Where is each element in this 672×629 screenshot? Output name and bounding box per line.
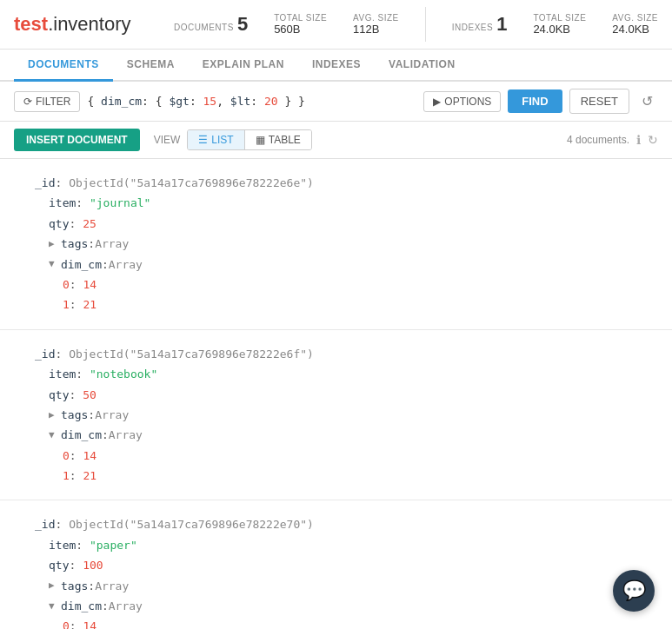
- info-icon[interactable]: ℹ: [636, 133, 641, 147]
- logo-test: test: [14, 13, 48, 35]
- filter-lt-key: $lt: [230, 95, 250, 108]
- table-row: _id: ObjectId("5a14a17ca769896e78222e6f"…: [0, 330, 672, 501]
- documents-count: 5: [237, 13, 248, 36]
- documents-stat: DOCUMENTS 5: [174, 13, 248, 36]
- field-tags-2: ▶ tags: Array: [49, 405, 658, 425]
- documents-avg-stat: AVG. SIZE 112B: [353, 13, 399, 36]
- field-id-3: _id: ObjectId("5a14a17ca769896e78222e70"…: [35, 514, 658, 534]
- documents-total-size: 560B: [274, 23, 300, 36]
- field-id: _id: ObjectId("5a14a17ca769896e78222e6e"…: [35, 173, 658, 193]
- indexes-avg-size: 24.0KB: [612, 23, 649, 36]
- expand-tags-arrow-2[interactable]: ▶: [49, 407, 59, 424]
- tab-validation[interactable]: VALIDATION: [375, 50, 469, 82]
- field-dimcm-3-0: 0: 14: [63, 616, 658, 629]
- list-icon: ☰: [198, 134, 208, 146]
- triangle-icon: ▶: [433, 96, 441, 108]
- field-dimcm-0: 0: 14: [63, 275, 658, 295]
- documents-avg-size: 112B: [353, 23, 379, 36]
- indexes-avg-stat: AVG. SIZE 24.0KB: [612, 13, 658, 36]
- tabs-bar: DOCUMENTS SCHEMA EXPLAIN PLAN INDEXES VA…: [0, 50, 672, 82]
- field-qty: qty: 25: [49, 214, 658, 234]
- chat-bubble[interactable]: 💬: [613, 570, 655, 612]
- header-stats: DOCUMENTS 5 TOTAL SIZE 560B AVG. SIZE 11…: [174, 7, 658, 42]
- field-id-2: _id: ObjectId("5a14a17ca769896e78222e6f"…: [35, 344, 658, 364]
- filter-query[interactable]: { dim_cm: { $gt: 15, $lt: 20 } }: [87, 95, 416, 108]
- field-item-2: item: "notebook": [49, 364, 658, 384]
- field-tags-3: ▶ tags: Array: [49, 576, 658, 596]
- avg-size-label-idx: AVG. SIZE: [612, 13, 658, 23]
- expand-tags-arrow-3[interactable]: ▶: [49, 577, 59, 594]
- expand-dimcm-arrow-2[interactable]: ▼: [49, 427, 59, 444]
- table-icon: ▦: [256, 134, 265, 146]
- stat-divider: [425, 7, 426, 42]
- chat-icon: 💬: [622, 579, 646, 602]
- avg-size-label-docs: AVG. SIZE: [353, 13, 399, 23]
- filter-label: FILTER: [36, 96, 70, 108]
- field-dimcm-2: ▼ dim_cm: Array: [49, 425, 658, 445]
- documents-list: _id: ObjectId("5a14a17ca769896e78222e6e"…: [0, 159, 672, 629]
- filter-gt-key: $gt: [169, 95, 189, 108]
- options-label: OPTIONS: [444, 96, 491, 108]
- filter-lt-val: 20: [264, 95, 278, 108]
- tab-documents[interactable]: DOCUMENTS: [14, 50, 113, 82]
- view-toggle: ☰ LIST ▦ TABLE: [187, 129, 311, 150]
- field-dimcm-2-1: 1: 21: [63, 466, 658, 486]
- filter-key: dim_cm: [101, 95, 142, 108]
- filter-gt-colon: :: [190, 95, 203, 108]
- list-view-button[interactable]: ☰ LIST: [188, 130, 244, 149]
- refresh-icon[interactable]: ↻: [648, 133, 658, 147]
- action-bar: INSERT DOCUMENT VIEW ☰ LIST ▦ TABLE 4 do…: [0, 122, 672, 159]
- filter-button[interactable]: ⟳ FILTER: [14, 91, 80, 112]
- table-view-button[interactable]: ▦ TABLE: [245, 130, 311, 149]
- field-qty-3: qty: 100: [49, 555, 658, 575]
- indexes-count: 1: [496, 13, 507, 36]
- field-item: item: "journal": [49, 193, 658, 213]
- list-label: LIST: [211, 134, 233, 146]
- app-logo[interactable]: test.inventory: [14, 13, 131, 36]
- insert-document-button[interactable]: INSERT DOCUMENT: [14, 129, 140, 151]
- filter-gt-val: 15: [203, 95, 217, 108]
- table-row: _id: ObjectId("5a14a17ca769896e78222e70"…: [0, 500, 672, 629]
- indexes-size-stat: TOTAL SIZE 24.0KB: [533, 13, 586, 36]
- field-qty-2: qty: 50: [49, 385, 658, 405]
- filter-open-brace: {: [87, 95, 101, 108]
- options-button[interactable]: ▶ OPTIONS: [423, 91, 501, 112]
- table-label: TABLE: [269, 134, 301, 146]
- logo-inventory: inventory: [53, 13, 130, 35]
- expand-dimcm-arrow-3[interactable]: ▼: [49, 598, 59, 615]
- filter-lt-colon: :: [250, 95, 264, 108]
- tab-schema[interactable]: SCHEMA: [113, 50, 189, 82]
- field-dimcm-3: ▼ dim_cm: Array: [49, 596, 658, 616]
- field-dimcm-2-0: 0: 14: [63, 446, 658, 466]
- filter-icon: ⟳: [23, 96, 32, 108]
- field-item-3: item: "paper": [49, 535, 658, 555]
- filter-bar: ⟳ FILTER { dim_cm: { $gt: 15, $lt: 20 } …: [0, 82, 672, 122]
- tab-indexes[interactable]: INDEXES: [298, 50, 375, 82]
- field-dimcm: ▼ dim_cm: Array: [49, 255, 658, 275]
- expand-tags-arrow[interactable]: ▶: [49, 235, 59, 253]
- reset-button[interactable]: RESET: [569, 89, 629, 114]
- header: test.inventory DOCUMENTS 5 TOTAL SIZE 56…: [0, 0, 672, 50]
- find-button[interactable]: FIND: [508, 89, 562, 113]
- documents-size-stats: TOTAL SIZE 560B: [274, 13, 327, 36]
- history-button[interactable]: ↺: [636, 91, 658, 111]
- table-row: _id: ObjectId("5a14a17ca769896e78222e6e"…: [0, 159, 672, 330]
- filter-close: } }: [278, 95, 305, 108]
- documents-label: DOCUMENTS: [174, 23, 234, 32]
- filter-comma: ,: [216, 95, 230, 108]
- expand-dimcm-arrow[interactable]: ▼: [49, 255, 59, 273]
- field-tags: ▶ tags: Array: [49, 234, 658, 254]
- document-count: 4 documents.: [567, 134, 629, 146]
- total-size-label: TOTAL SIZE: [274, 13, 327, 23]
- tab-explain-plan[interactable]: EXPLAIN PLAN: [189, 50, 298, 82]
- indexes-stat: INDEXES 1: [452, 13, 508, 36]
- field-dimcm-1: 1: 21: [63, 295, 658, 314]
- total-size-label-idx: TOTAL SIZE: [533, 13, 586, 23]
- view-label: VIEW: [154, 134, 181, 146]
- filter-colon: : {: [142, 95, 169, 108]
- indexes-label: INDEXES: [452, 23, 493, 32]
- indexes-total-size: 24.0KB: [533, 23, 570, 36]
